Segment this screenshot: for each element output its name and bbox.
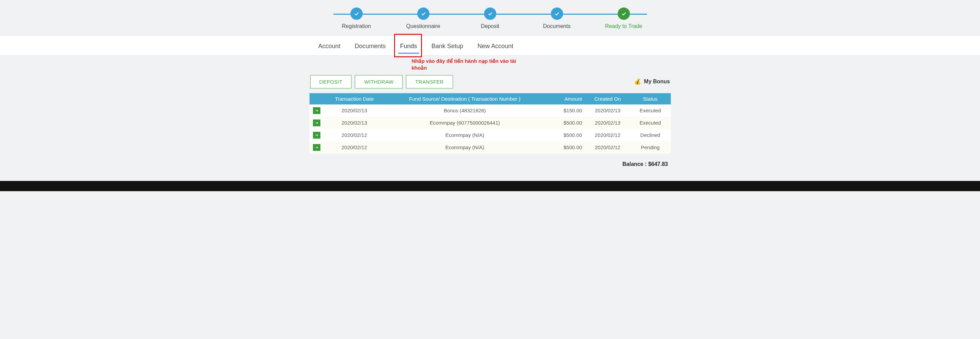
cell-source: Ecommpay (60775000026441) <box>385 117 545 129</box>
arrow-in-icon <box>313 144 320 151</box>
cell-amount: $150.00 <box>545 104 585 117</box>
table-row: 2020/02/13Ecommpay (60775000026441)$500.… <box>310 117 671 129</box>
cell-amount: $500.00 <box>545 117 585 129</box>
th-status: Status <box>630 93 671 104</box>
withdraw-button[interactable]: WITHDRAW <box>355 75 402 88</box>
progress-stepper: Registration Questionnaire Deposit <box>310 8 671 29</box>
tab-funds[interactable]: Funds <box>398 36 420 55</box>
step-registration: Registration <box>323 8 390 29</box>
deposit-button[interactable]: DEPOSIT <box>310 75 352 88</box>
step-ready-to-trade: Ready to Trade <box>590 8 657 29</box>
tab-new-account[interactable]: New Account <box>475 36 516 55</box>
row-direction-cell <box>310 129 324 141</box>
cell-created: 2020/02/13 <box>585 104 630 117</box>
arrow-in-icon <box>313 120 320 126</box>
step-documents: Documents <box>523 8 590 29</box>
step-label: Ready to Trade <box>605 23 642 29</box>
cell-date: 2020/02/12 <box>324 129 385 141</box>
cell-created: 2020/02/12 <box>585 129 630 141</box>
check-icon <box>350 8 363 20</box>
my-bonus-label: My Bonus <box>644 78 670 85</box>
step-label: Questionnaire <box>406 23 441 29</box>
cell-date: 2020/02/13 <box>324 117 385 129</box>
cell-created: 2020/02/13 <box>585 117 630 129</box>
th-amount: Amount <box>545 93 585 104</box>
cell-source: Ecommpay (N/A) <box>385 141 545 154</box>
check-icon <box>551 8 563 20</box>
step-label: Deposit <box>480 23 499 29</box>
step-label: Registration <box>342 23 371 29</box>
cell-date: 2020/02/12 <box>324 141 385 154</box>
step-questionnaire: Questionnaire <box>390 8 457 29</box>
tab-bank-setup[interactable]: Bank Setup <box>429 36 466 55</box>
tab-label: Funds <box>400 43 417 50</box>
cell-date: 2020/02/13 <box>324 104 385 117</box>
row-direction-cell <box>310 141 324 154</box>
arrow-in-icon <box>313 107 320 114</box>
check-icon <box>618 8 630 20</box>
cell-source: Bonus (48321828) <box>385 104 545 117</box>
check-icon <box>417 8 430 20</box>
cell-created: 2020/02/12 <box>585 141 630 154</box>
check-icon <box>484 8 496 20</box>
step-label: Documents <box>543 23 571 29</box>
footer-bar <box>0 181 980 191</box>
step-deposit: Deposit <box>457 8 523 29</box>
th-icon <box>310 93 324 104</box>
money-bag-icon: 💰 <box>634 78 641 85</box>
balance-value: $647.83 <box>648 161 668 167</box>
cell-status: Executed <box>630 117 671 129</box>
transactions-table: Transaction Date Fund Source/ Destinatio… <box>310 93 671 154</box>
th-date: Transaction Date <box>324 93 385 104</box>
table-row: 2020/02/13Bonus (48321828)$150.002020/02… <box>310 104 671 117</box>
cell-status: Pending <box>630 141 671 154</box>
my-bonus-link[interactable]: 💰 My Bonus <box>634 78 670 85</box>
main-tabs: Account Documents Funds Bank Setup New A… <box>310 36 671 55</box>
th-source: Fund Source/ Destination ( Transaction N… <box>385 93 545 104</box>
annotation-text: Nhấp vào đây để tiến hành nạp tiền vào t… <box>412 58 524 72</box>
cell-amount: $500.00 <box>545 141 585 154</box>
table-row: 2020/02/12Ecommpay (N/A)$500.002020/02/1… <box>310 141 671 154</box>
arrow-in-icon <box>313 132 320 139</box>
cell-status: Executed <box>630 104 671 117</box>
tab-account[interactable]: Account <box>316 36 343 55</box>
cell-source: Ecommpay (N/A) <box>385 129 545 141</box>
cell-status: Declined <box>630 129 671 141</box>
transfer-button[interactable]: TRANSFER <box>406 75 453 88</box>
row-direction-cell <box>310 117 324 129</box>
balance-display: Balance : $647.83 <box>310 161 668 167</box>
th-created: Created On <box>585 93 630 104</box>
row-direction-cell <box>310 104 324 117</box>
table-row: 2020/02/12Ecommpay (N/A)$500.002020/02/1… <box>310 129 671 141</box>
balance-label: Balance : <box>622 161 648 167</box>
cell-amount: $500.00 <box>545 129 585 141</box>
tab-documents[interactable]: Documents <box>352 36 388 55</box>
